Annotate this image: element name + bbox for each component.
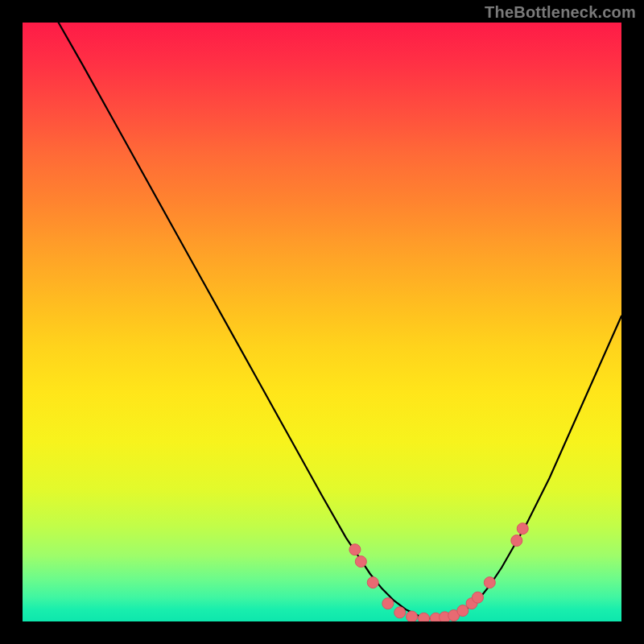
highlighted-point (367, 577, 378, 588)
highlighted-point (382, 598, 394, 609)
chart-frame: TheBottleneck.com (0, 0, 644, 644)
highlighted-point (511, 535, 522, 547)
plot-area (23, 23, 621, 621)
highlighted-point (349, 544, 361, 555)
bottleneck-curve (59, 23, 621, 618)
highlighted-point (407, 611, 418, 621)
highlighted-point (418, 613, 429, 621)
highlighted-point (355, 556, 366, 568)
highlighted-point (484, 577, 495, 588)
watermark-text: TheBottleneck.com (485, 3, 636, 22)
chart-svg (23, 23, 621, 621)
highlighted-point (517, 523, 528, 535)
highlighted-points-group (349, 523, 528, 621)
highlighted-point (472, 592, 483, 603)
highlighted-point (394, 607, 406, 618)
